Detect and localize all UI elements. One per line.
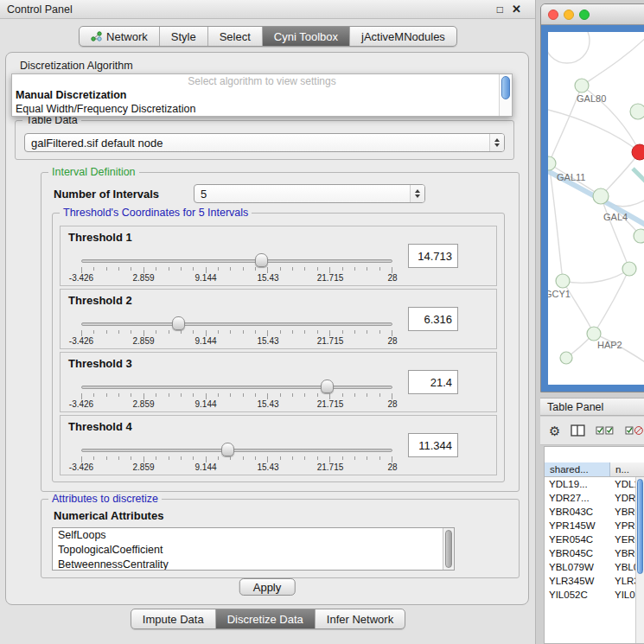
combo-arrows-icon[interactable] xyxy=(410,185,424,202)
interval-definition-group: Interval Definition Number of Intervals … xyxy=(41,172,520,492)
threshold-1-panel: Threshold 1 -3.4262.8599.14415.4321.7152… xyxy=(60,226,497,286)
close-window-icon[interactable]: ✕ xyxy=(512,3,521,15)
network-canvas[interactable]: GAL80 GAL11 GAL4 GCY1 HAP2 xyxy=(548,32,644,385)
attributes-group: Attributes to discretize Numerical Attri… xyxy=(41,499,520,578)
slider-handle[interactable] xyxy=(172,316,185,330)
tab-select[interactable]: Select xyxy=(208,27,263,46)
table-data-combobox[interactable]: galFiltered.sif default node xyxy=(24,133,505,152)
tab-cyni-toolbox[interactable]: Cyni Toolbox xyxy=(263,27,350,46)
float-window-icon[interactable]: □ xyxy=(497,4,503,15)
gear-icon[interactable]: ⚙ xyxy=(549,424,560,437)
algorithm-option-equal-width[interactable]: Equal Width/Frequency Discretization xyxy=(12,102,512,116)
discretization-algorithm-group-label: Discretization Algorithm xyxy=(20,60,133,72)
slider-handle[interactable] xyxy=(255,253,268,267)
numerical-attributes-list: SelfLoops TopologicalCoefficient Between… xyxy=(52,527,455,571)
slider-handle[interactable] xyxy=(321,379,334,393)
network-node[interactable] xyxy=(593,188,609,204)
list-item[interactable]: TopologicalCoefficient xyxy=(53,543,454,558)
zoom-traffic-light[interactable] xyxy=(579,10,590,20)
table-row[interactable]: YBL079WYBL0 xyxy=(545,560,644,574)
node-label-gal80: GAL80 xyxy=(577,93,606,104)
table-scrollbar-thumb[interactable] xyxy=(637,479,643,574)
slider-track[interactable] xyxy=(81,322,392,326)
column-header-name[interactable]: n... xyxy=(610,462,644,476)
slider-handle[interactable] xyxy=(221,443,234,456)
network-node[interactable] xyxy=(622,262,636,276)
tab-discretize-data[interactable]: Discretize Data xyxy=(216,609,316,628)
cell-shared-name[interactable]: YPR145W xyxy=(545,519,610,532)
algorithm-option-manual[interactable]: Manual Discretization xyxy=(12,88,512,102)
tab-infer-network[interactable]: Infer Network xyxy=(316,609,405,628)
threshold-1-value-field[interactable] xyxy=(408,244,458,268)
column-header-shared-name[interactable]: shared... xyxy=(545,462,610,476)
slider-track[interactable] xyxy=(81,259,392,263)
tab-label: Select xyxy=(220,30,251,43)
cell-shared-name[interactable]: YBL079W xyxy=(545,560,610,574)
table-scrollbar[interactable] xyxy=(635,477,644,643)
slider-track[interactable] xyxy=(81,386,392,389)
cell-shared-name[interactable]: YDR27... xyxy=(545,491,610,505)
threshold-2-panel: Threshold 2 -3.4262.8599.14415.4321.7152… xyxy=(60,289,497,349)
control-panel-titlebar: Control Panel □ ✕ xyxy=(0,0,535,19)
slider-tick-labels: -3.4262.8599.14415.4321.71528 xyxy=(81,399,392,410)
tab-network[interactable]: Network xyxy=(80,27,160,46)
list-item[interactable]: SelfLoops xyxy=(53,528,454,543)
table-row[interactable]: YDL19...YDL1 xyxy=(545,477,644,491)
minimize-traffic-light[interactable] xyxy=(564,10,574,20)
cyni-bottom-tabs: Impute Data Discretize Data Infer Networ… xyxy=(0,609,536,629)
split-table-icon[interactable] xyxy=(571,424,585,437)
slider-track[interactable] xyxy=(81,449,392,452)
popup-scrollbar-thumb[interactable] xyxy=(501,76,510,99)
node-label-hap2: HAP2 xyxy=(597,340,622,350)
attributes-group-label: Attributes to discretize xyxy=(48,493,162,505)
table-panel-title: Table Panel xyxy=(547,401,603,413)
control-panel-window: Control Panel □ ✕ Network xyxy=(0,0,536,644)
table-row[interactable]: YIL052CYIL0 xyxy=(545,588,644,602)
cyni-toolbox-panel: Discretization Algorithm Select algorith… xyxy=(5,52,529,605)
tab-jactivemnodules[interactable]: jActiveMNodules xyxy=(350,27,456,46)
apply-button[interactable]: Apply xyxy=(239,578,296,596)
list-item[interactable]: BetweennessCentrality xyxy=(53,558,454,571)
cell-shared-name[interactable]: YBR045C xyxy=(545,546,610,560)
network-node[interactable] xyxy=(630,104,644,119)
threshold-4-value-field[interactable] xyxy=(408,433,458,457)
cell-shared-name[interactable]: YER054C xyxy=(545,532,610,546)
table-row[interactable]: YBR043CYBR0 xyxy=(545,505,644,519)
table-header-row: shared... n... xyxy=(545,462,644,477)
network-node[interactable] xyxy=(560,352,572,364)
tab-label: jActiveMNodules xyxy=(361,30,445,43)
table-row[interactable]: YPR145WYPR1 xyxy=(545,519,644,532)
number-of-intervals-combobox[interactable]: 5 xyxy=(194,184,425,203)
cell-shared-name[interactable]: YBR043C xyxy=(545,505,610,519)
threshold-2-value-field[interactable] xyxy=(408,307,458,331)
selected-network-node[interactable] xyxy=(632,144,644,160)
network-node[interactable] xyxy=(556,274,570,288)
list-scrollbar-thumb[interactable] xyxy=(445,530,452,568)
network-view-frame: GAL80 GAL11 GAL4 GCY1 HAP2 xyxy=(541,25,644,392)
table-row[interactable]: YDR27...YDR2 xyxy=(545,491,644,505)
numerical-attributes-label: Numerical Attributes xyxy=(54,509,163,522)
table-row[interactable]: YBR045CYBR0 xyxy=(545,546,644,560)
tab-style[interactable]: Style xyxy=(160,27,208,46)
slider-tick-marks xyxy=(81,330,392,336)
select-columns-icon[interactable] xyxy=(596,425,615,436)
cell-shared-name[interactable]: YIL052C xyxy=(545,588,610,602)
network-node[interactable] xyxy=(587,327,601,341)
cell-shared-name[interactable]: YDL19... xyxy=(545,477,610,491)
table-row[interactable]: YER054CYER0 xyxy=(545,532,644,546)
threshold-3-value-field[interactable] xyxy=(408,370,458,394)
network-node[interactable] xyxy=(634,229,644,243)
tab-impute-data[interactable]: Impute Data xyxy=(131,609,216,628)
network-node[interactable] xyxy=(548,156,556,170)
network-window-titlebar xyxy=(541,4,644,25)
tab-label: Network xyxy=(106,30,148,43)
cell-shared-name[interactable]: YLR345W xyxy=(545,574,610,588)
close-traffic-light[interactable] xyxy=(548,10,558,20)
list-scrollbar[interactable] xyxy=(443,528,454,570)
network-node[interactable] xyxy=(575,79,589,92)
table-row[interactable]: YLR345WYLR3 xyxy=(545,574,644,588)
algorithm-placeholder-option[interactable]: Select algorithm to view settings xyxy=(12,74,512,88)
deselect-columns-icon[interactable] xyxy=(625,425,644,436)
popup-scrollbar[interactable] xyxy=(499,74,512,116)
combo-arrows-icon[interactable] xyxy=(489,134,504,151)
